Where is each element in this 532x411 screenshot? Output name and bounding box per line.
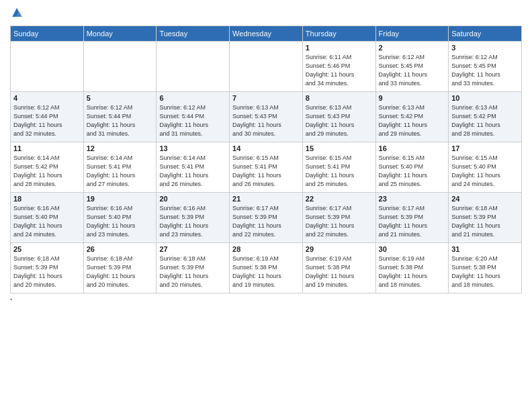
day-number: 23 [379,195,446,203]
calendar-cell: 20Sunrise: 6:16 AM Sunset: 5:39 PM Dayli… [157,193,230,243]
day-info: Sunrise: 6:15 AM Sunset: 5:40 PM Dayligh… [379,154,446,189]
day-of-week-header: Wednesday [230,26,303,42]
day-number: 10 [451,94,519,102]
calendar-cell: 16Sunrise: 6:15 AM Sunset: 5:40 PM Dayli… [375,142,449,193]
day-number: 24 [451,195,519,203]
day-info: Sunrise: 6:16 AM Sunset: 5:40 PM Dayligh… [87,204,154,239]
day-info: Sunrise: 6:12 AM Sunset: 5:44 PM Dayligh… [159,103,226,138]
day-info: Sunrise: 6:16 AM Sunset: 5:39 PM Dayligh… [159,204,226,239]
day-number: 18 [13,195,81,203]
calendar-cell: 18Sunrise: 6:16 AM Sunset: 5:40 PM Dayli… [11,193,84,243]
calendar-week-row: 4Sunrise: 6:12 AM Sunset: 5:44 PM Daylig… [11,92,522,142]
footer: * [10,297,522,304]
calendar-cell: 11Sunrise: 6:14 AM Sunset: 5:42 PM Dayli… [11,142,84,193]
day-number: 25 [13,245,81,253]
day-of-week-header: Tuesday [157,26,230,42]
calendar-cell: 25Sunrise: 6:18 AM Sunset: 5:39 PM Dayli… [11,243,84,293]
day-of-week-header: Monday [83,26,157,42]
day-number: 22 [306,195,373,203]
day-info: Sunrise: 6:14 AM Sunset: 5:41 PM Dayligh… [87,154,154,189]
calendar-cell: 9Sunrise: 6:13 AM Sunset: 5:42 PM Daylig… [375,92,449,142]
day-number: 29 [306,245,373,253]
day-number: 4 [13,94,81,102]
calendar-cell: 24Sunrise: 6:18 AM Sunset: 5:39 PM Dayli… [449,193,522,243]
day-number: 2 [379,44,446,52]
day-info: Sunrise: 6:11 AM Sunset: 5:46 PM Dayligh… [306,53,373,88]
day-of-week-header: Friday [375,26,449,42]
day-info: Sunrise: 6:17 AM Sunset: 5:39 PM Dayligh… [232,204,300,239]
day-info: Sunrise: 6:20 AM Sunset: 5:38 PM Dayligh… [451,255,519,289]
day-info: Sunrise: 6:15 AM Sunset: 5:40 PM Dayligh… [451,154,519,189]
calendar-header-row: SundayMondayTuesdayWednesdayThursdayFrid… [11,26,522,42]
day-number: 7 [232,94,300,102]
day-info: Sunrise: 6:13 AM Sunset: 5:42 PM Dayligh… [451,103,519,138]
day-info: Sunrise: 6:15 AM Sunset: 5:41 PM Dayligh… [232,154,300,189]
calendar-cell: 12Sunrise: 6:14 AM Sunset: 5:41 PM Dayli… [83,142,157,193]
day-number: 31 [451,245,519,253]
calendar-week-row: 25Sunrise: 6:18 AM Sunset: 5:39 PM Dayli… [11,243,522,293]
day-number: 19 [87,195,154,203]
calendar-week-row: 11Sunrise: 6:14 AM Sunset: 5:42 PM Dayli… [11,142,522,193]
day-number: 30 [379,245,446,253]
day-number: 27 [159,245,226,253]
day-info: Sunrise: 6:18 AM Sunset: 5:39 PM Dayligh… [451,204,519,239]
day-info: Sunrise: 6:13 AM Sunset: 5:43 PM Dayligh… [232,103,300,138]
calendar-cell: 15Sunrise: 6:15 AM Sunset: 5:41 PM Dayli… [302,142,375,193]
calendar-cell [11,42,84,92]
logo-icon [10,7,24,20]
day-info: Sunrise: 6:18 AM Sunset: 5:39 PM Dayligh… [159,255,226,289]
day-info: Sunrise: 6:12 AM Sunset: 5:45 PM Dayligh… [379,53,446,88]
calendar-cell: 14Sunrise: 6:15 AM Sunset: 5:41 PM Dayli… [230,142,303,193]
calendar-cell: 3Sunrise: 6:12 AM Sunset: 5:45 PM Daylig… [449,42,522,92]
calendar-cell: 2Sunrise: 6:12 AM Sunset: 5:45 PM Daylig… [375,42,449,92]
day-number: 3 [451,44,519,52]
day-info: Sunrise: 6:14 AM Sunset: 5:42 PM Dayligh… [13,154,81,189]
day-number: 9 [379,94,446,102]
calendar-cell [83,42,157,92]
header [10,7,522,20]
calendar-cell: 6Sunrise: 6:12 AM Sunset: 5:44 PM Daylig… [157,92,230,142]
calendar-cell: 5Sunrise: 6:12 AM Sunset: 5:44 PM Daylig… [83,92,157,142]
day-info: Sunrise: 6:12 AM Sunset: 5:45 PM Dayligh… [451,53,519,88]
calendar-cell: 1Sunrise: 6:11 AM Sunset: 5:46 PM Daylig… [302,42,375,92]
calendar-cell: 8Sunrise: 6:13 AM Sunset: 5:43 PM Daylig… [302,92,375,142]
day-number: 21 [232,195,300,203]
day-info: Sunrise: 6:16 AM Sunset: 5:40 PM Dayligh… [13,204,81,239]
logo [10,7,26,20]
day-info: Sunrise: 6:12 AM Sunset: 5:44 PM Dayligh… [87,103,154,138]
calendar-cell: 4Sunrise: 6:12 AM Sunset: 5:44 PM Daylig… [11,92,84,142]
calendar-cell: 26Sunrise: 6:18 AM Sunset: 5:39 PM Dayli… [83,243,157,293]
day-number: 5 [87,94,154,102]
day-number: 11 [13,144,81,152]
day-number: 20 [159,195,226,203]
day-info: Sunrise: 6:19 AM Sunset: 5:38 PM Dayligh… [232,255,300,289]
day-number: 8 [306,94,373,102]
calendar-cell: 13Sunrise: 6:14 AM Sunset: 5:41 PM Dayli… [157,142,230,193]
calendar-cell [230,42,303,92]
day-info: Sunrise: 6:13 AM Sunset: 5:43 PM Dayligh… [306,103,373,138]
day-number: 17 [451,144,519,152]
calendar-cell: 7Sunrise: 6:13 AM Sunset: 5:43 PM Daylig… [230,92,303,142]
day-number: 14 [232,144,300,152]
day-number: 13 [159,144,226,152]
day-info: Sunrise: 6:18 AM Sunset: 5:39 PM Dayligh… [87,255,154,289]
calendar-cell: 31Sunrise: 6:20 AM Sunset: 5:38 PM Dayli… [449,243,522,293]
calendar-week-row: 1Sunrise: 6:11 AM Sunset: 5:46 PM Daylig… [11,42,522,92]
day-info: Sunrise: 6:13 AM Sunset: 5:42 PM Dayligh… [379,103,446,138]
calendar-week-row: 18Sunrise: 6:16 AM Sunset: 5:40 PM Dayli… [11,193,522,243]
day-number: 16 [379,144,446,152]
calendar-cell: 21Sunrise: 6:17 AM Sunset: 5:39 PM Dayli… [230,193,303,243]
calendar-cell: 10Sunrise: 6:13 AM Sunset: 5:42 PM Dayli… [449,92,522,142]
day-number: 12 [87,144,154,152]
calendar-cell: 27Sunrise: 6:18 AM Sunset: 5:39 PM Dayli… [157,243,230,293]
day-of-week-header: Thursday [302,26,375,42]
day-number: 15 [306,144,373,152]
page: SundayMondayTuesdayWednesdayThursdayFrid… [0,0,532,411]
day-info: Sunrise: 6:17 AM Sunset: 5:39 PM Dayligh… [379,204,446,239]
calendar-cell: 23Sunrise: 6:17 AM Sunset: 5:39 PM Dayli… [375,193,449,243]
day-info: Sunrise: 6:14 AM Sunset: 5:41 PM Dayligh… [159,154,226,189]
day-number: 28 [232,245,300,253]
calendar-cell: 19Sunrise: 6:16 AM Sunset: 5:40 PM Dayli… [83,193,157,243]
day-of-week-header: Saturday [449,26,522,42]
day-info: Sunrise: 6:19 AM Sunset: 5:38 PM Dayligh… [306,255,373,289]
